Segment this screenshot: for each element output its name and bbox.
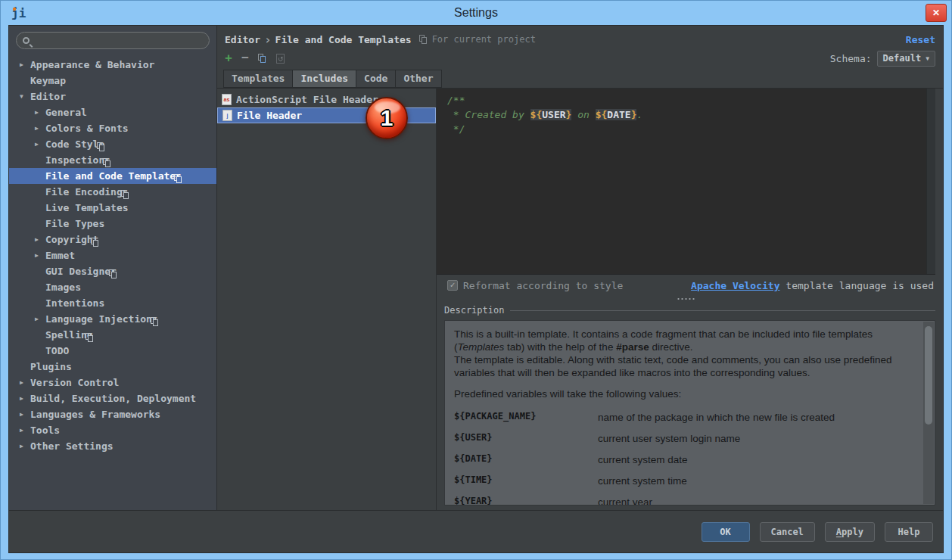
scope-note: For current project bbox=[432, 34, 536, 45]
schema-select[interactable]: Default ▼ bbox=[877, 51, 935, 67]
sidebar-item-version-control[interactable]: ▶Version Control bbox=[9, 375, 216, 390]
variable-name: ${YEAR} bbox=[454, 496, 598, 506]
remove-button[interactable]: − bbox=[241, 52, 249, 64]
search-input[interactable] bbox=[30, 35, 209, 46]
sidebar-item-gui-designer[interactable]: GUI Designer bbox=[9, 263, 216, 279]
breadcrumb-parent[interactable]: Editor bbox=[225, 34, 260, 45]
description-title: Description bbox=[444, 305, 504, 316]
apply-button[interactable]: Apply bbox=[825, 522, 875, 542]
sidebar-item-languages-frameworks[interactable]: ▶Languages & Frameworks bbox=[9, 406, 216, 422]
scrollbar-thumb[interactable] bbox=[925, 326, 932, 425]
sidebar-item-emmet[interactable]: ▶Emmet bbox=[9, 247, 216, 263]
sidebar-item-editor[interactable]: ▼Editor bbox=[9, 89, 216, 104]
variable-name: ${USER} bbox=[454, 432, 598, 445]
sidebar-item-code-style[interactable]: ▶Code Style bbox=[9, 136, 216, 152]
tab-templates[interactable]: Templates bbox=[223, 70, 293, 88]
chevron-right-icon[interactable]: ▶ bbox=[33, 109, 45, 116]
chevron-right-icon[interactable]: ▶ bbox=[18, 427, 30, 434]
template-variable-user: ${USER} bbox=[530, 109, 572, 120]
variable-name: ${DATE} bbox=[454, 453, 598, 466]
sidebar-item-inspections[interactable]: Inspections bbox=[9, 152, 216, 168]
sidebar-item-keymap[interactable]: Keymap bbox=[9, 73, 216, 89]
chevron-right-icon[interactable]: ▶ bbox=[18, 411, 30, 418]
sidebar-item-label: Inspections bbox=[45, 154, 110, 166]
sidebar-item-label: Tools bbox=[30, 425, 60, 436]
tab-includes[interactable]: Includes bbox=[293, 70, 356, 88]
chevron-down-icon[interactable]: ▼ bbox=[18, 93, 30, 100]
chevron-right-icon[interactable]: ▶ bbox=[18, 379, 30, 386]
sidebar-item-general[interactable]: ▶General bbox=[9, 104, 216, 120]
variable-description: current user system login name bbox=[598, 432, 740, 445]
sidebar-item-label: Keymap bbox=[30, 75, 66, 86]
add-button[interactable]: + bbox=[225, 52, 232, 64]
annotation-badge-1: 1 bbox=[366, 97, 408, 139]
sidebar-item-label: File and Code Templates bbox=[45, 170, 182, 182]
copy-icon bbox=[419, 35, 428, 45]
template-item-label: File Header bbox=[237, 110, 302, 121]
sidebar-item-language-injections[interactable]: ▶Language Injections bbox=[9, 311, 216, 327]
chevron-right-icon[interactable]: ▶ bbox=[18, 443, 30, 450]
chevron-right-icon[interactable]: ▶ bbox=[33, 236, 45, 243]
sidebar-item-label: Other Settings bbox=[30, 440, 114, 452]
sidebar-item-appearance-behavior[interactable]: ▶Appearance & Behavior bbox=[9, 57, 216, 73]
reset-link[interactable]: Reset bbox=[906, 34, 935, 45]
tab-code[interactable]: Code bbox=[356, 70, 396, 88]
sidebar-item-file-and-code-templates[interactable]: File and Code Templates bbox=[9, 168, 216, 184]
description-scrollbar[interactable] bbox=[923, 322, 934, 504]
schema-value: Default bbox=[883, 53, 922, 64]
schema-label: Schema: bbox=[830, 53, 872, 64]
sidebar-item-label: Images bbox=[45, 282, 81, 293]
sidebar-item-plugins[interactable]: Plugins bbox=[9, 359, 216, 375]
sidebar-item-label: Language Injections bbox=[45, 313, 158, 325]
search-box bbox=[16, 32, 210, 49]
copy-badge-icon bbox=[151, 317, 160, 327]
editor-scrollbar[interactable] bbox=[926, 89, 935, 274]
sidebar-item-intentions[interactable]: Intentions bbox=[9, 295, 216, 311]
minus-icon: − bbox=[241, 52, 249, 64]
sidebar-item-spelling[interactable]: Spelling bbox=[9, 327, 216, 343]
reformat-checkbox[interactable]: ✓ bbox=[447, 280, 458, 291]
chevron-right-icon[interactable]: ▶ bbox=[18, 61, 30, 68]
variable-name: ${TIME} bbox=[454, 474, 598, 487]
template-editor[interactable]: /** * Created by ${USER} on ${DATE}. */ bbox=[437, 89, 935, 275]
chevron-right-icon[interactable]: ▶ bbox=[33, 125, 45, 132]
sidebar-item-tools[interactable]: ▶Tools bbox=[9, 422, 216, 438]
sidebar-item-build-execution-deployment[interactable]: ▶Build, Execution, Deployment bbox=[9, 390, 216, 406]
sidebar-item-live-templates[interactable]: Live Templates bbox=[9, 200, 216, 216]
close-button[interactable]: ✕ bbox=[926, 4, 947, 22]
window-title: Settings bbox=[1, 6, 951, 20]
chevron-right-icon[interactable]: ▶ bbox=[18, 395, 30, 402]
splitter-grip[interactable] bbox=[677, 297, 696, 301]
chevron-right-icon[interactable]: ▶ bbox=[33, 252, 45, 259]
sidebar-item-label: TODO bbox=[45, 345, 69, 356]
sidebar-item-todo[interactable]: TODO bbox=[9, 343, 216, 359]
help-button[interactable]: Help bbox=[885, 522, 933, 542]
toolbar: + − Schema: Default ▼ bbox=[217, 48, 943, 68]
sidebar-item-other-settings[interactable]: ▶Other Settings bbox=[9, 438, 216, 454]
template-variable-date: ${DATE} bbox=[596, 109, 637, 120]
intellij-logo-icon: ji bbox=[10, 5, 26, 21]
copy-badge-icon bbox=[174, 174, 183, 184]
chevron-right-icon[interactable]: ▶ bbox=[33, 316, 45, 322]
ok-button[interactable]: OK bbox=[702, 522, 750, 542]
sidebar-item-label: Version Control bbox=[30, 377, 119, 388]
revert-button[interactable] bbox=[276, 54, 285, 64]
chevron-right-icon[interactable]: ▶ bbox=[33, 141, 45, 148]
variable-name: ${PACKAGE_NAME} bbox=[454, 411, 598, 424]
apache-velocity-link[interactable]: Apache Velocity bbox=[691, 280, 779, 291]
settings-tree: ▶Appearance & BehaviorKeymap▼Editor▶Gene… bbox=[9, 57, 216, 454]
sidebar-item-copyright[interactable]: ▶Copyright bbox=[9, 232, 216, 247]
tab-other[interactable]: Other bbox=[396, 70, 441, 88]
sidebar-item-file-encodings[interactable]: File Encodings bbox=[9, 184, 216, 200]
variable-description: current system time bbox=[598, 474, 687, 487]
cancel-button[interactable]: Cancel bbox=[760, 522, 815, 542]
file-icon: as bbox=[222, 94, 232, 105]
annotation-badge-number: 1 bbox=[381, 105, 394, 131]
sidebar-item-images[interactable]: Images bbox=[9, 279, 216, 295]
sidebar-item-colors-fonts[interactable]: ▶Colors & Fonts bbox=[9, 120, 216, 136]
sidebar-item-file-types[interactable]: File Types bbox=[9, 216, 216, 232]
copy-template-button[interactable] bbox=[258, 54, 267, 64]
main-panel: Editor › File and Code Templates For cur… bbox=[217, 26, 943, 510]
variable-description: current year bbox=[598, 496, 652, 506]
sidebar-item-label: Intentions bbox=[45, 297, 104, 309]
